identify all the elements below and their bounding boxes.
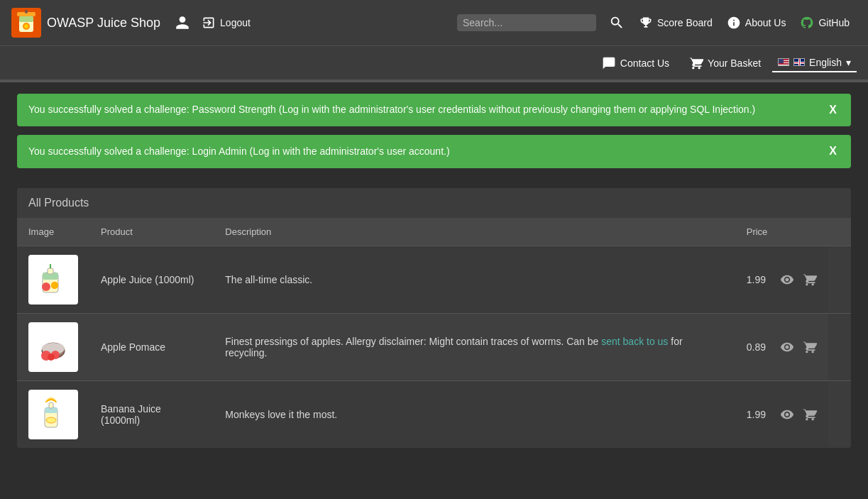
sent-back-link[interactable]: sent back to us (601, 336, 668, 347)
brand-link[interactable]: OWASP Juice Shop (11, 8, 160, 38)
svg-rect-9 (48, 268, 53, 274)
account-icon (175, 15, 190, 31)
alert-password-strength-close[interactable]: X (826, 102, 840, 118)
language-selector[interactable]: English ▾ (772, 54, 857, 72)
trophy-icon (639, 16, 653, 30)
svg-point-13 (51, 282, 58, 289)
product-image-cell (17, 246, 89, 313)
github-button[interactable]: GitHub (793, 13, 857, 33)
product-name-apple-juice: Apple Juice (1000ml) (89, 246, 214, 313)
col-image: Image (17, 218, 89, 246)
price-actions: 1.99 (747, 407, 817, 422)
alert-login-admin: You successfully solved a challenge: Log… (17, 135, 851, 168)
col-actions (828, 218, 851, 246)
cart-add-icon (803, 340, 817, 354)
scoreboard-button[interactable]: Score Board (632, 13, 720, 33)
navbar-secondary: Contact Us Your Basket English ▾ (0, 45, 868, 79)
table-row: Apple Juice (1000ml) The all-time classi… (17, 246, 851, 313)
svg-rect-3 (19, 16, 33, 22)
eye-icon (780, 273, 794, 287)
product-image-apple-pomace[interactable] (28, 322, 78, 372)
brand-name: OWASP Juice Shop (47, 16, 160, 31)
svg-point-5 (24, 24, 28, 28)
product-desc-banana-juice: Monkeys love it the most. (214, 380, 735, 448)
info-icon (727, 16, 741, 30)
product-name-apple-pomace: Apple Pomace (89, 313, 214, 380)
eye-icon (780, 407, 794, 422)
price-value: 1.99 (747, 409, 766, 420)
product-image-cell (17, 313, 89, 380)
price-value: 1.99 (747, 274, 766, 285)
products-table-body: Apple Juice (1000ml) The all-time classi… (17, 246, 851, 448)
main-content: All Products Image Product Description P… (0, 177, 868, 459)
alerts-container: You successfully solved a challenge: Pas… (0, 82, 868, 168)
contact-us-label: Contact Us (620, 57, 669, 69)
flag-us-icon (778, 58, 789, 66)
search-container (457, 14, 596, 31)
product-price-apple-pomace: 0.89 (735, 313, 828, 380)
add-to-cart-button[interactable] (803, 273, 817, 287)
about-us-label: About Us (745, 17, 786, 28)
brand-icon (11, 8, 41, 38)
language-caret-icon: ▾ (846, 57, 851, 68)
product-name-banana-juice: Banana Juice (1000ml) (89, 380, 214, 448)
cart-icon (689, 56, 703, 70)
chat-icon (602, 56, 616, 70)
flag-gb-icon (793, 58, 805, 66)
alert-login-admin-message: You successfully solved a challenge: Log… (28, 145, 450, 159)
github-label: GitHub (818, 17, 850, 28)
search-input[interactable] (463, 17, 590, 28)
logout-button[interactable]: Logout (202, 16, 251, 30)
basket-label: Your Basket (708, 57, 761, 69)
product-desc-apple-pomace: Finest pressings of apples. Allergy disc… (214, 313, 735, 380)
products-table: Image Product Description Price (17, 218, 851, 448)
view-button[interactable] (780, 273, 794, 287)
add-to-cart-button[interactable] (803, 407, 817, 422)
add-to-cart-button[interactable] (803, 340, 817, 354)
col-description: Description (214, 218, 735, 246)
logout-icon (202, 16, 216, 30)
product-price-apple-juice: 1.99 (735, 246, 828, 313)
language-label: English (809, 57, 842, 68)
alert-password-strength: You successfully solved a challenge: Pas… (17, 94, 851, 126)
logout-label: Logout (220, 17, 251, 28)
table-row: Banana Juice (1000ml) Monkeys love it th… (17, 380, 851, 448)
basket-button[interactable]: Your Basket (681, 53, 769, 73)
alert-login-admin-close[interactable]: X (826, 143, 840, 159)
table-row: Apple Pomace Finest pressings of apples.… (17, 313, 851, 380)
product-image-banana-juice[interactable] (28, 390, 78, 439)
cart-add-icon (803, 407, 817, 422)
products-title: All Products (17, 188, 851, 218)
apple-juice-img (32, 258, 75, 301)
col-product: Product (89, 218, 214, 246)
svg-rect-6 (25, 10, 28, 13)
svg-rect-22 (49, 402, 53, 408)
contact-us-button[interactable]: Contact Us (593, 53, 678, 73)
price-actions: 1.99 (747, 273, 817, 287)
navbar-top: OWASP Juice Shop Logout Score Board Abou… (0, 0, 868, 45)
apple-pomace-img (32, 326, 75, 368)
search-icon (609, 15, 625, 31)
about-us-button[interactable]: About Us (720, 13, 793, 33)
scoreboard-label: Score Board (657, 17, 713, 28)
col-price: Price (735, 218, 828, 246)
view-button[interactable] (780, 407, 794, 422)
github-icon (800, 16, 814, 30)
account-button[interactable] (175, 15, 190, 31)
price-value: 0.89 (747, 341, 766, 353)
svg-point-11 (42, 283, 50, 291)
products-card: All Products Image Product Description P… (17, 188, 851, 448)
product-image-apple-juice[interactable] (28, 255, 78, 305)
product-desc-apple-juice: The all-time classic. (214, 246, 735, 313)
view-button[interactable] (780, 340, 794, 354)
products-table-header: Image Product Description Price (17, 218, 851, 246)
desc-pre: Finest pressings of apples. Allergy disc… (225, 336, 601, 347)
product-image-cell (17, 380, 89, 448)
cart-add-icon (803, 273, 817, 287)
svg-point-23 (46, 417, 56, 423)
product-price-banana-juice: 1.99 (735, 380, 828, 448)
alert-password-strength-message: You successfully solved a challenge: Pas… (28, 103, 755, 117)
svg-point-19 (48, 353, 55, 361)
search-button[interactable] (602, 12, 632, 33)
price-actions: 0.89 (747, 340, 817, 354)
